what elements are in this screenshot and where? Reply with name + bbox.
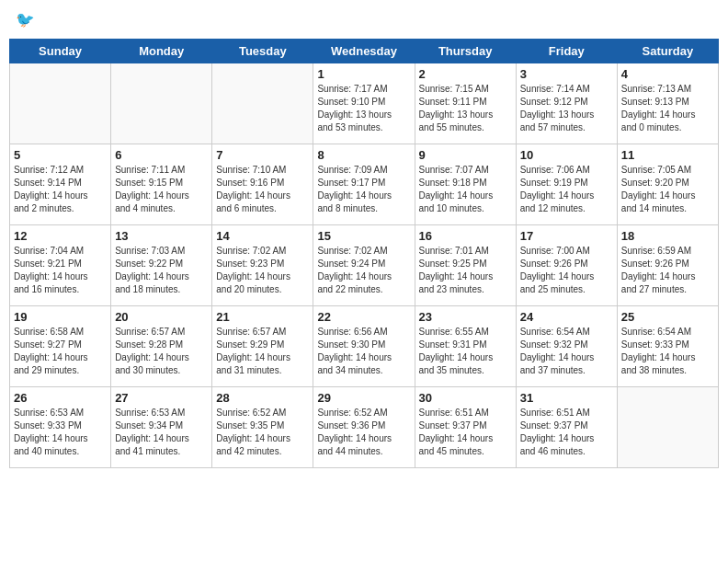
calendar-cell: 6Sunrise: 7:11 AM Sunset: 9:15 PM Daylig… (111, 144, 212, 225)
day-header-friday: Friday (516, 40, 617, 63)
calendar-cell: 23Sunrise: 6:55 AM Sunset: 9:31 PM Dayli… (415, 306, 516, 387)
calendar-cell: 2Sunrise: 7:15 AM Sunset: 9:11 PM Daylig… (415, 63, 516, 144)
cell-info: Sunrise: 7:01 AM Sunset: 9:25 PM Dayligh… (419, 245, 512, 296)
logo-icon: 🐦 (16, 9, 43, 31)
calendar-cell: 31Sunrise: 6:51 AM Sunset: 9:37 PM Dayli… (516, 387, 617, 468)
calendar-week-4: 19Sunrise: 6:58 AM Sunset: 9:27 PM Dayli… (10, 306, 719, 387)
cell-info: Sunrise: 7:11 AM Sunset: 9:15 PM Dayligh… (115, 164, 208, 215)
calendar-cell: 21Sunrise: 6:57 AM Sunset: 9:29 PM Dayli… (212, 306, 313, 387)
calendar-cell: 17Sunrise: 7:00 AM Sunset: 9:26 PM Dayli… (516, 225, 617, 306)
calendar-cell: 5Sunrise: 7:12 AM Sunset: 9:14 PM Daylig… (10, 144, 111, 225)
page-header: 🐦 (9, 9, 719, 31)
day-number: 2 (419, 67, 512, 81)
calendar-cell: 4Sunrise: 7:13 AM Sunset: 9:13 PM Daylig… (617, 63, 718, 144)
cell-info: Sunrise: 7:02 AM Sunset: 9:24 PM Dayligh… (317, 245, 410, 296)
day-number: 11 (621, 148, 714, 162)
day-number: 28 (216, 391, 309, 405)
cell-info: Sunrise: 6:51 AM Sunset: 9:37 PM Dayligh… (520, 407, 613, 458)
cell-info: Sunrise: 7:14 AM Sunset: 9:12 PM Dayligh… (520, 83, 613, 134)
cell-info: Sunrise: 7:05 AM Sunset: 9:20 PM Dayligh… (621, 164, 714, 215)
day-header-tuesday: Tuesday (212, 40, 313, 63)
cell-info: Sunrise: 6:56 AM Sunset: 9:30 PM Dayligh… (317, 326, 410, 377)
day-number: 1 (317, 67, 410, 81)
day-number: 7 (216, 148, 309, 162)
day-number: 22 (317, 310, 410, 324)
cell-info: Sunrise: 7:13 AM Sunset: 9:13 PM Dayligh… (621, 83, 714, 134)
cell-info: Sunrise: 7:02 AM Sunset: 9:23 PM Dayligh… (216, 245, 309, 296)
day-number: 30 (419, 391, 512, 405)
calendar-cell: 14Sunrise: 7:02 AM Sunset: 9:23 PM Dayli… (212, 225, 313, 306)
calendar-cell: 28Sunrise: 6:52 AM Sunset: 9:35 PM Dayli… (212, 387, 313, 468)
calendar-cell (617, 387, 718, 468)
day-number: 15 (317, 229, 410, 243)
calendar-cell: 30Sunrise: 6:51 AM Sunset: 9:37 PM Dayli… (415, 387, 516, 468)
cell-info: Sunrise: 6:53 AM Sunset: 9:34 PM Dayligh… (115, 407, 208, 458)
cell-info: Sunrise: 6:57 AM Sunset: 9:29 PM Dayligh… (216, 326, 309, 377)
cell-info: Sunrise: 7:10 AM Sunset: 9:16 PM Dayligh… (216, 164, 309, 215)
day-number: 10 (520, 148, 613, 162)
calendar-cell: 25Sunrise: 6:54 AM Sunset: 9:33 PM Dayli… (617, 306, 718, 387)
cell-info: Sunrise: 6:54 AM Sunset: 9:33 PM Dayligh… (621, 326, 714, 377)
day-number: 16 (419, 229, 512, 243)
day-number: 27 (115, 391, 208, 405)
calendar-cell: 15Sunrise: 7:02 AM Sunset: 9:24 PM Dayli… (313, 225, 415, 306)
calendar-cell: 29Sunrise: 6:52 AM Sunset: 9:36 PM Dayli… (313, 387, 415, 468)
day-header-monday: Monday (111, 40, 212, 63)
calendar-cell: 19Sunrise: 6:58 AM Sunset: 9:27 PM Dayli… (10, 306, 111, 387)
calendar-cell: 7Sunrise: 7:10 AM Sunset: 9:16 PM Daylig… (212, 144, 313, 225)
calendar-week-1: 1Sunrise: 7:17 AM Sunset: 9:10 PM Daylig… (10, 63, 719, 144)
calendar-cell: 10Sunrise: 7:06 AM Sunset: 9:19 PM Dayli… (516, 144, 617, 225)
calendar-cell: 16Sunrise: 7:01 AM Sunset: 9:25 PM Dayli… (415, 225, 516, 306)
cell-info: Sunrise: 6:55 AM Sunset: 9:31 PM Dayligh… (419, 326, 512, 377)
calendar-cell: 13Sunrise: 7:03 AM Sunset: 9:22 PM Dayli… (111, 225, 212, 306)
calendar-cell (111, 63, 212, 144)
day-number: 17 (520, 229, 613, 243)
day-number: 24 (520, 310, 613, 324)
calendar-cell: 3Sunrise: 7:14 AM Sunset: 9:12 PM Daylig… (516, 63, 617, 144)
calendar-table: SundayMondayTuesdayWednesdayThursdayFrid… (9, 39, 719, 468)
calendar-week-5: 26Sunrise: 6:53 AM Sunset: 9:33 PM Dayli… (10, 387, 719, 468)
calendar-cell: 11Sunrise: 7:05 AM Sunset: 9:20 PM Dayli… (617, 144, 718, 225)
day-header-wednesday: Wednesday (313, 40, 415, 63)
day-number: 20 (115, 310, 208, 324)
day-number: 3 (520, 67, 613, 81)
cell-info: Sunrise: 6:58 AM Sunset: 9:27 PM Dayligh… (14, 326, 107, 377)
day-header-sunday: Sunday (10, 40, 111, 63)
cell-info: Sunrise: 7:12 AM Sunset: 9:14 PM Dayligh… (14, 164, 107, 215)
logo: 🐦 (14, 9, 43, 31)
calendar-cell: 27Sunrise: 6:53 AM Sunset: 9:34 PM Dayli… (111, 387, 212, 468)
calendar-cell: 26Sunrise: 6:53 AM Sunset: 9:33 PM Dayli… (10, 387, 111, 468)
cell-info: Sunrise: 6:52 AM Sunset: 9:35 PM Dayligh… (216, 407, 309, 458)
day-number: 6 (115, 148, 208, 162)
cell-info: Sunrise: 7:00 AM Sunset: 9:26 PM Dayligh… (520, 245, 613, 296)
calendar-cell: 18Sunrise: 6:59 AM Sunset: 9:26 PM Dayli… (617, 225, 718, 306)
day-number: 8 (317, 148, 410, 162)
cell-info: Sunrise: 6:53 AM Sunset: 9:33 PM Dayligh… (14, 407, 107, 458)
day-number: 19 (14, 310, 107, 324)
day-number: 13 (115, 229, 208, 243)
day-number: 21 (216, 310, 309, 324)
calendar-cell: 8Sunrise: 7:09 AM Sunset: 9:17 PM Daylig… (313, 144, 415, 225)
day-number: 26 (14, 391, 107, 405)
cell-info: Sunrise: 7:03 AM Sunset: 9:22 PM Dayligh… (115, 245, 208, 296)
cell-info: Sunrise: 7:06 AM Sunset: 9:19 PM Dayligh… (520, 164, 613, 215)
day-number: 31 (520, 391, 613, 405)
cell-info: Sunrise: 7:15 AM Sunset: 9:11 PM Dayligh… (419, 83, 512, 134)
cell-info: Sunrise: 6:51 AM Sunset: 9:37 PM Dayligh… (419, 407, 512, 458)
calendar-week-3: 12Sunrise: 7:04 AM Sunset: 9:21 PM Dayli… (10, 225, 719, 306)
calendar-cell: 20Sunrise: 6:57 AM Sunset: 9:28 PM Dayli… (111, 306, 212, 387)
day-number: 9 (419, 148, 512, 162)
cell-info: Sunrise: 6:54 AM Sunset: 9:32 PM Dayligh… (520, 326, 613, 377)
cell-info: Sunrise: 6:52 AM Sunset: 9:36 PM Dayligh… (317, 407, 410, 458)
cell-info: Sunrise: 7:07 AM Sunset: 9:18 PM Dayligh… (419, 164, 512, 215)
svg-text:🐦: 🐦 (16, 10, 35, 29)
calendar-cell: 12Sunrise: 7:04 AM Sunset: 9:21 PM Dayli… (10, 225, 111, 306)
cell-info: Sunrise: 7:09 AM Sunset: 9:17 PM Dayligh… (317, 164, 410, 215)
day-number: 5 (14, 148, 107, 162)
cell-info: Sunrise: 6:59 AM Sunset: 9:26 PM Dayligh… (621, 245, 714, 296)
calendar-cell: 1Sunrise: 7:17 AM Sunset: 9:10 PM Daylig… (313, 63, 415, 144)
day-number: 14 (216, 229, 309, 243)
calendar-cell (10, 63, 111, 144)
day-number: 29 (317, 391, 410, 405)
day-number: 4 (621, 67, 714, 81)
